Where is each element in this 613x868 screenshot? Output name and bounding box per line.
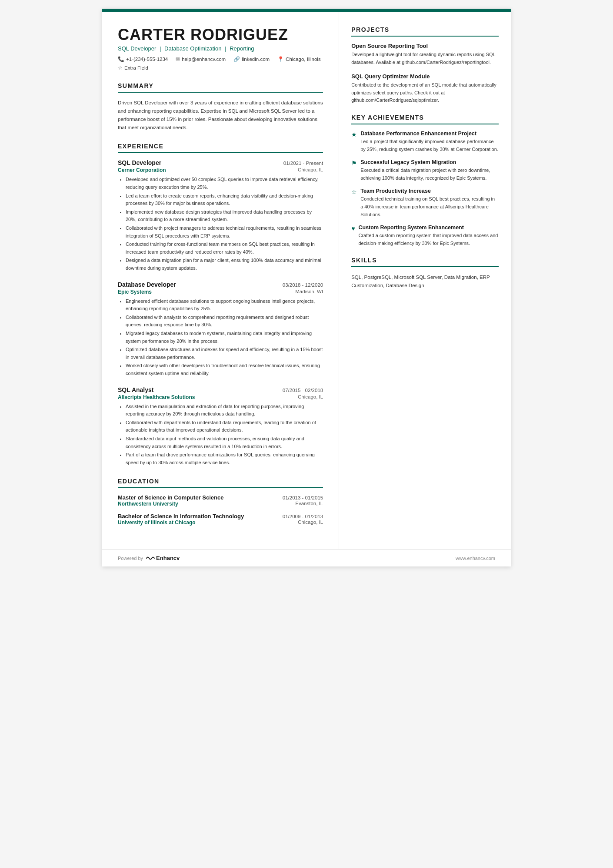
achievements-divider [351,124,499,124]
projects-divider [351,36,499,37]
project-2-name: SQL Query Optimizer Module [351,73,499,80]
job-1-dates: 01/2021 - Present [283,161,323,166]
edu-2-header: Bachelor of Science in Information Techn… [118,513,323,519]
job-2-company-row: Epic Systems Madison, WI [118,289,323,295]
job-2-company: Epic Systems [118,289,152,295]
achievement-1-title: Database Performance Enhancement Project [360,131,499,137]
projects-section: PROJECTS Open Source Reporting Tool Deve… [351,26,499,104]
left-column: CARTER RODRIGUEZ SQL Developer | Databas… [102,12,339,549]
subtitle-sep2: | [225,45,228,52]
job-3-title: SQL Analyst [118,386,153,393]
experience-title: EXPERIENCE [118,143,323,150]
job-3-dates: 07/2015 - 02/2018 [283,388,323,393]
summary-section: SUMMARY Driven SQL Developer with over 3… [118,82,323,132]
project-2-desc: Contributed to the development of an SQL… [351,81,499,104]
education-divider [118,487,323,488]
bullet: Migrated legacy databases to modern syst… [126,330,323,345]
phone-item: 📞 +1-(234)-555-1234 [118,56,168,62]
job-1: SQL Developer 01/2021 - Present Cerner C… [118,159,323,272]
job-1-company: Cerner Corporation [118,167,166,173]
skills-section: SKILLS SQL, PostgreSQL, Microsoft SQL Se… [351,257,499,290]
email-address: help@enhancv.com [182,57,226,62]
job-3-location: Chicago, IL [298,394,323,400]
bullet: Implemented new database design strategi… [126,208,323,224]
achievement-3-desc: Conducted technical training on SQL best… [360,195,499,218]
achievement-2-icon: ⚑ [351,160,357,182]
education-title: EDUCATION [118,478,323,485]
bullet: Part of a team that drove performance op… [126,451,323,466]
bullet: Worked closely with other developers to … [126,362,323,377]
phone-number: +1-(234)-555-1234 [126,57,168,62]
subtitle-sql: SQL Developer [118,45,156,52]
achievement-2-content: Successful Legacy System Migration Execu… [360,159,499,182]
edu-2-school: University of Illinois at Chicago [118,519,196,526]
achievement-3-icon: ☆ [351,188,357,218]
bullet: Engineered efficient database solutions … [126,298,323,313]
header-contact: 📞 +1-(234)-555-1234 ✉ help@enhancv.com 🔗… [118,56,323,71]
skills-title: SKILLS [351,257,499,264]
project-1-desc: Developed a lightweight tool for creatin… [351,51,499,66]
resume-body: CARTER RODRIGUEZ SQL Developer | Databas… [102,12,511,549]
project-2: SQL Query Optimizer Module Contributed t… [351,73,499,104]
enhancv-logo: Enhancv [146,555,180,561]
experience-divider [118,152,323,153]
star-icon: ☆ [118,65,123,71]
achievement-3-content: Team Productivity Increase Conducted tec… [360,188,499,218]
achievement-4: ♥ Custom Reporting System Enhancement Cr… [351,225,499,247]
achievements-title: KEY ACHIEVEMENTS [351,114,499,121]
project-1-name: Open Source Reporting Tool [351,43,499,49]
projects-title: PROJECTS [351,26,499,33]
right-column: PROJECTS Open Source Reporting Tool Deve… [339,12,511,549]
job-1-title: SQL Developer [118,159,161,166]
edu-1-degree: Master of Science in Computer Science [118,494,223,501]
candidate-name: CARTER RODRIGUEZ [118,26,323,44]
job-2: Database Developer 03/2018 - 12/2020 Epi… [118,281,323,378]
job-3-company-row: Allscripts Healthcare Solutions Chicago,… [118,394,323,400]
subtitle-db: Database Optimization [164,45,222,52]
skills-divider [351,266,499,267]
achievement-1-content: Database Performance Enhancement Project… [360,131,499,153]
phone-icon: 📞 [118,56,124,62]
achievement-3-title: Team Productivity Increase [360,188,499,194]
edu-2-location: Chicago, IL [298,519,323,526]
linkedin-item[interactable]: 🔗 linkedin.com [233,56,270,62]
job-3-bullets: Assisted in the manipulation and extract… [118,403,323,467]
edu-1-school: Northwestern University [118,501,178,507]
job-3: SQL Analyst 07/2015 - 02/2018 Allscripts… [118,386,323,467]
bullet: Standardized data input methods and vali… [126,435,323,450]
bullet: Developed and optimized over 50 complex … [126,176,323,191]
achievement-1: ★ Database Performance Enhancement Proje… [351,131,499,153]
summary-divider [118,92,323,93]
top-accent-bar [102,9,511,12]
job-2-location: Madison, WI [295,289,323,295]
edu-2-dates: 01/2009 - 01/2013 [283,514,323,519]
subtitle-reporting: Reporting [230,45,254,52]
footer-website: www.enhancv.com [456,556,495,561]
extra-item: ☆ Extra Field [118,65,148,71]
job-2-header: Database Developer 03/2018 - 12/2020 [118,281,323,288]
location-icon: 📍 [277,56,284,62]
edu-1-header: Master of Science in Computer Science 01… [118,494,323,501]
linkedin-url: linkedin.com [242,57,270,62]
job-1-location: Chicago, IL [298,167,323,173]
extra-field: Extra Field [124,65,148,70]
job-3-company: Allscripts Healthcare Solutions [118,394,195,400]
achievement-4-content: Custom Reporting System Enhancement Craf… [359,225,499,247]
summary-title: SUMMARY [118,82,323,89]
footer-right: www.enhancv.com [456,556,495,561]
logo-symbol [146,555,155,561]
job-2-bullets: Engineered efficient database solutions … [118,298,323,378]
candidate-subtitle: SQL Developer | Database Optimization | … [118,45,323,52]
bullet: Collaborated with analysts to comprehend… [126,314,323,329]
edu-1: Master of Science in Computer Science 01… [118,494,323,507]
footer: Powered by Enhancv www.enhancv.com [102,549,511,566]
enhancv-name: Enhancv [156,555,180,561]
experience-section: EXPERIENCE SQL Developer 01/2021 - Prese… [118,143,323,466]
achievement-3: ☆ Team Productivity Increase Conducted t… [351,188,499,218]
achievement-1-icon: ★ [351,131,357,153]
job-2-dates: 03/2018 - 12/2020 [283,282,323,288]
achievement-4-icon: ♥ [351,225,355,247]
subtitle-sep1: | [160,45,163,52]
job-2-title: Database Developer [118,281,176,288]
achievement-2-title: Successful Legacy System Migration [360,159,499,165]
